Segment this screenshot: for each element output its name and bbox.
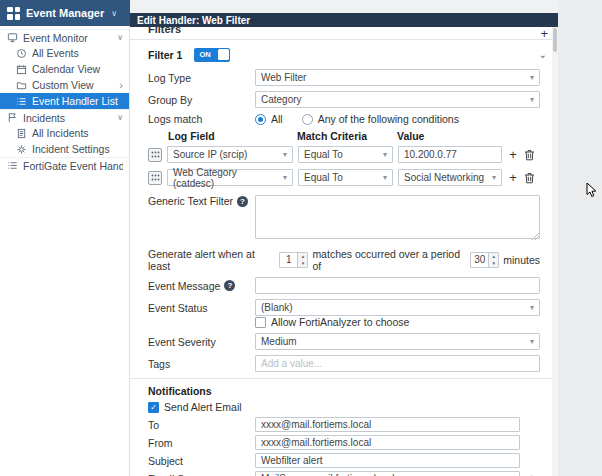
conditions-table-header: Log Field Match Criteria Value <box>130 130 558 142</box>
generate-alert-text-1: Generate alert when at least <box>148 248 275 272</box>
logs-match-label: Logs match <box>148 113 255 125</box>
alert-period-stepper[interactable]: 30 ▲▼ <box>470 252 499 268</box>
log-type-value: Web Filter <box>261 72 306 83</box>
tags-label: Tags <box>148 358 255 370</box>
delete-condition-button[interactable] <box>524 171 536 184</box>
event-severity-row: Event Severity Medium ▾ <box>130 333 558 350</box>
event-severity-label: Event Severity <box>148 336 255 348</box>
section-divider <box>130 378 558 379</box>
condition-row: Source IP (srcip) ▾ Equal To ▾ + <box>130 146 558 163</box>
log-field-select[interactable]: Source IP (srcip) ▾ <box>167 146 293 163</box>
match-criteria-header: Match Criteria <box>297 130 397 142</box>
delete-condition-button[interactable] <box>524 148 536 161</box>
add-email-server-button[interactable]: + <box>528 471 536 476</box>
generic-text-filter-text: Generic Text Filter <box>148 195 233 207</box>
scrollbar-thumb[interactable] <box>553 28 557 52</box>
group-by-label: Group By <box>148 94 255 106</box>
stepper-down-icon[interactable]: ▼ <box>298 260 307 267</box>
sidebar-item-calendar-view[interactable]: Calendar View <box>0 61 129 77</box>
help-icon[interactable]: ? <box>224 280 235 291</box>
allow-choose-checkbox[interactable] <box>255 317 266 328</box>
sidebar-item-fortigate-event-handlers[interactable]: FortiGate Event Handlers <box>0 157 129 173</box>
notifications-title: Notifications <box>130 385 558 397</box>
sidebar-item-all-events[interactable]: All Events <box>0 45 129 61</box>
sidebar-item-all-incidents[interactable]: All Incidents <box>0 125 129 141</box>
drag-handle-icon[interactable] <box>148 148 162 162</box>
add-condition-button[interactable]: + <box>507 147 519 162</box>
event-message-row: Event Message ? <box>130 277 558 294</box>
gear-icon <box>15 143 27 155</box>
sidebar-item-label: Event Monitor <box>23 32 112 44</box>
sidebar: Event Monitor ∨ All Events Calendar View… <box>0 26 130 476</box>
match-criteria-select[interactable]: Equal To ▾ <box>298 169 393 186</box>
chevron-down-icon: ∨ <box>117 33 123 42</box>
filters-section-header: Filters + <box>130 27 558 40</box>
filter1-enable-toggle[interactable]: ON <box>194 48 230 62</box>
app-title: Event Manager <box>26 7 104 19</box>
chevron-right-icon: › <box>119 80 123 90</box>
allow-choose-label: Allow FortiAnalyzer to choose <box>271 316 409 328</box>
log-field-value: Web Category (catdesc) <box>173 167 279 189</box>
caret-down-icon: ▾ <box>283 173 287 182</box>
collapse-filter-icon[interactable]: ⌄ <box>539 49 547 60</box>
logs-match-any-radio[interactable] <box>302 114 313 125</box>
email-server-row: Email Server MailServer: mail.fortiems.l… <box>130 471 558 476</box>
alert-count-value: 1 <box>280 253 297 267</box>
chevron-down-icon: ∨ <box>111 9 117 18</box>
subject-label: Subject <box>148 455 255 467</box>
condition-value-select[interactable]: Social Networking ▾ <box>398 169 502 186</box>
caret-down-icon: ▾ <box>530 337 534 346</box>
generate-alert-text-3: minutes <box>503 254 540 266</box>
log-type-row: Log Type Web Filter ▾ <box>130 69 558 86</box>
caret-down-icon: ▾ <box>530 303 534 312</box>
sidebar-item-event-monitor[interactable]: Event Monitor ∨ <box>0 29 129 45</box>
log-type-select[interactable]: Web Filter ▾ <box>255 69 540 86</box>
folder-icon <box>15 79 27 91</box>
condition-row: Web Category (catdesc) ▾ Equal To ▾ Soci… <box>130 169 558 186</box>
logs-match-any-label: Any of the following conditions <box>318 113 459 125</box>
stepper-up-icon[interactable]: ▲ <box>298 253 307 260</box>
log-field-header: Log Field <box>148 130 297 142</box>
event-severity-select[interactable]: Medium ▾ <box>255 333 540 350</box>
generic-text-filter-label: Generic Text Filter ? <box>148 195 255 207</box>
sidebar-item-custom-view[interactable]: Custom View › <box>0 77 129 93</box>
tags-input[interactable] <box>255 355 540 372</box>
sidebar-item-incident-settings[interactable]: Incident Settings <box>0 141 129 157</box>
generic-text-filter-textarea[interactable] <box>255 195 540 239</box>
main-pane: Edit Handler: Web Filter Filters + Filte… <box>130 0 558 476</box>
add-filter-button[interactable]: + <box>540 27 548 40</box>
send-alert-email-checkbox[interactable]: ✓ <box>148 402 159 413</box>
event-status-select[interactable]: (Blank) ▾ <box>255 299 540 316</box>
logs-match-all-radio[interactable] <box>255 114 266 125</box>
condition-value-input[interactable] <box>398 146 502 163</box>
event-message-input[interactable] <box>255 277 540 294</box>
sidebar-item-label: Incidents <box>23 112 112 124</box>
vertical-scrollbar[interactable] <box>552 27 558 476</box>
to-label: To <box>148 419 255 431</box>
stepper-down-icon[interactable]: ▼ <box>489 260 498 267</box>
drag-handle-icon[interactable] <box>148 171 162 185</box>
match-criteria-select[interactable]: Equal To ▾ <box>298 146 393 163</box>
email-server-select[interactable]: MailServer: mail.fortiems.local ▾ <box>255 471 520 476</box>
app-header[interactable]: Event Manager ∨ <box>0 0 130 26</box>
subject-row: Subject <box>130 453 558 468</box>
from-input[interactable] <box>255 435 520 450</box>
add-condition-button[interactable]: + <box>507 170 519 185</box>
calendar-icon <box>15 63 27 75</box>
to-input[interactable] <box>255 417 520 432</box>
sidebar-item-incidents[interactable]: Incidents ∨ <box>0 109 129 125</box>
caret-down-icon: ▾ <box>283 150 287 159</box>
logs-match-all-label: All <box>271 113 283 125</box>
help-icon[interactable]: ? <box>237 196 248 207</box>
subject-input[interactable] <box>255 453 520 468</box>
event-status-label: Event Status <box>148 302 255 314</box>
send-alert-email-label: Send Alert Email <box>164 401 242 413</box>
alert-count-stepper[interactable]: 1 ▲▼ <box>279 252 308 268</box>
group-by-select[interactable]: Category ▾ <box>255 91 540 108</box>
mouse-cursor-icon <box>586 183 597 198</box>
stepper-up-icon[interactable]: ▲ <box>489 253 498 260</box>
log-field-value: Source IP (srcip) <box>173 149 247 160</box>
sidebar-item-label: Calendar View <box>32 63 123 75</box>
sidebar-item-event-handler-list[interactable]: Event Handler List <box>0 93 129 109</box>
log-field-select[interactable]: Web Category (catdesc) ▾ <box>167 169 293 186</box>
